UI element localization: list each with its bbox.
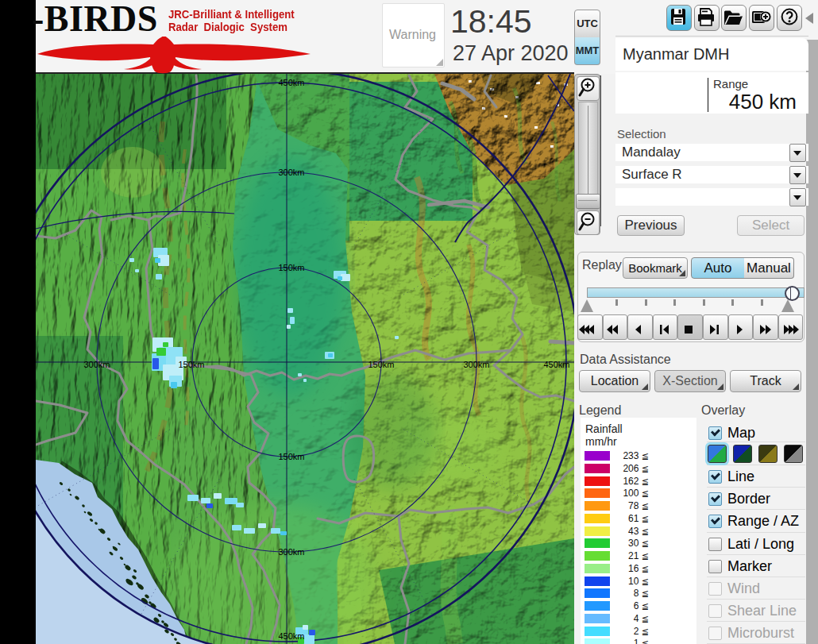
svg-text:450km: 450km xyxy=(278,631,304,641)
svg-text:150km: 150km xyxy=(368,360,394,369)
svg-text:300km: 300km xyxy=(278,168,304,177)
svg-text:150km: 150km xyxy=(178,360,204,369)
svg-text:450km: 450km xyxy=(543,360,569,369)
svg-text:450km: 450km xyxy=(278,78,304,87)
svg-text:300km: 300km xyxy=(463,360,489,369)
svg-text:150km: 150km xyxy=(278,263,304,272)
svg-text:300km: 300km xyxy=(83,360,110,369)
svg-text:300km: 300km xyxy=(278,547,304,557)
svg-text:150km: 150km xyxy=(278,452,304,461)
